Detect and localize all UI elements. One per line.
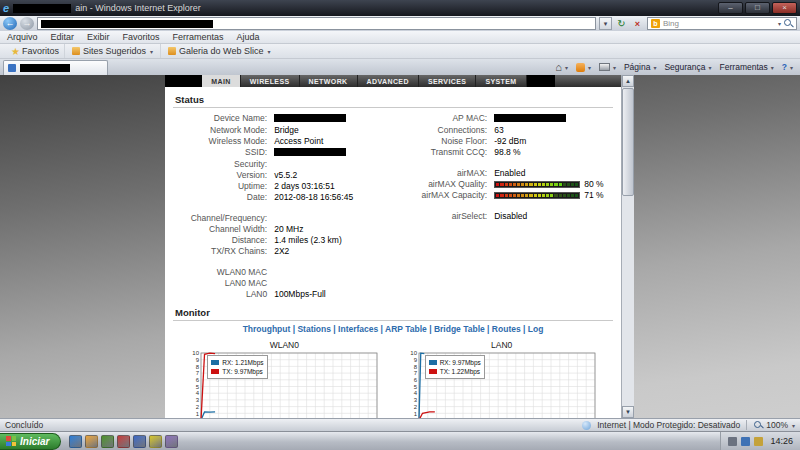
- monitor-link-throughput[interactable]: Throughput: [243, 324, 291, 334]
- menu-item-exibir[interactable]: Exibir: [87, 32, 110, 42]
- menu-item-ferramentas[interactable]: Ferramentas: [173, 32, 224, 42]
- monitor-links: Throughput | Stations | Interfaces | ARP…: [165, 321, 621, 339]
- favorites-bar: ★ Favoritos Sites Sugeridos▾Galeria do W…: [0, 44, 800, 59]
- svg-text:3: 3: [196, 397, 200, 403]
- tab-row: ⌂▾ ▾ ▾ Página▾ Segurança▾ Ferramentas▾ ?…: [0, 59, 800, 75]
- forward-button[interactable]: →: [20, 17, 34, 30]
- status-label: Uptime:: [173, 181, 274, 192]
- bar-segment: [546, 183, 549, 186]
- status-label: TX/RX Chains:: [173, 246, 274, 257]
- site-tab-main[interactable]: MAIN: [202, 75, 241, 87]
- feeds-button[interactable]: ▾: [576, 63, 591, 72]
- status-row: airSelect:Disabled: [393, 211, 613, 222]
- bar-segment: [513, 183, 516, 186]
- redacted-value: [494, 114, 566, 122]
- chart-wlan0: WLAN012345678910Mbps0RX: 1.21MbpsTX: 9.9…: [186, 340, 382, 418]
- quick-launch-app-icon[interactable]: [117, 435, 130, 448]
- search-dropdown-icon[interactable]: ▾: [778, 20, 781, 27]
- site-tab-wireless[interactable]: WIRELESS: [241, 75, 300, 87]
- menu-item-ajuda[interactable]: Ajuda: [237, 32, 260, 42]
- quick-launch-app-icon[interactable]: [165, 435, 178, 448]
- refresh-icon[interactable]: ↻: [615, 18, 628, 29]
- status-label: Network Mode:: [173, 125, 274, 136]
- page-scrollbar[interactable]: ▲ ▼: [621, 75, 634, 418]
- quick-launch-app-icon[interactable]: [85, 435, 98, 448]
- monitor-link-log[interactable]: Log: [528, 324, 544, 334]
- site-tab-system[interactable]: SYSTEM: [476, 75, 526, 87]
- favorites-item[interactable]: Sites Sugeridos▾: [64, 44, 160, 58]
- site-tab-advanced[interactable]: ADVANCED: [358, 75, 419, 87]
- tray-icon[interactable]: [741, 437, 750, 446]
- status-value: Access Point: [274, 136, 323, 147]
- favorites-label: Favoritos: [22, 46, 59, 56]
- quick-launch-app-icon[interactable]: [133, 435, 146, 448]
- quick-launch-app-icon[interactable]: [69, 435, 82, 448]
- status-row: Date:2012-08-18 16:56:45: [173, 192, 393, 203]
- site-tab-services[interactable]: SERVICES: [419, 75, 476, 87]
- help-menu[interactable]: ?▾: [782, 62, 793, 72]
- back-button[interactable]: ←: [3, 17, 17, 30]
- safety-menu[interactable]: Segurança▾: [664, 62, 711, 72]
- quick-launch-app-icon[interactable]: [149, 435, 162, 448]
- bar-segment: [554, 194, 557, 197]
- tray-icon[interactable]: [754, 437, 763, 446]
- bar-segment: [567, 194, 570, 197]
- status-row: Network Mode:Bridge: [173, 125, 393, 136]
- home-button[interactable]: ⌂▾: [555, 62, 568, 72]
- svg-text:1: 1: [196, 411, 200, 417]
- scroll-up-icon[interactable]: ▲: [622, 75, 634, 87]
- airos-page: MAINWIRELESSNETWORKADVANCEDSERVICESSYSTE…: [165, 75, 621, 418]
- stop-icon[interactable]: ×: [631, 19, 644, 29]
- status-row: Transmit CCQ:98.8 %: [393, 147, 613, 158]
- browser-tab[interactable]: [3, 60, 108, 75]
- bar-segment: [517, 194, 520, 197]
- status-label: Device Name:: [173, 113, 274, 125]
- bar-segment: [550, 194, 553, 197]
- search-icon[interactable]: [784, 19, 793, 28]
- menu-item-arquivo[interactable]: Arquivo: [7, 32, 38, 42]
- monitor-link-stations[interactable]: Stations: [297, 324, 331, 334]
- monitor-link-arp-table[interactable]: ARP Table: [385, 324, 427, 334]
- svg-text:5: 5: [196, 384, 200, 390]
- status-row: Connections:63: [393, 125, 613, 136]
- scroll-down-icon[interactable]: ▼: [622, 406, 634, 418]
- favorites-button[interactable]: ★ Favoritos: [4, 44, 64, 58]
- address-dropdown[interactable]: ▾: [599, 17, 612, 30]
- start-button[interactable]: Iniciar: [0, 433, 61, 450]
- tools-menu[interactable]: Ferramentas▾: [720, 62, 774, 72]
- tray-icon[interactable]: [728, 437, 737, 446]
- address-input[interactable]: [37, 17, 596, 30]
- bookmark-icon: [168, 47, 176, 55]
- redacted-site-logo: [165, 75, 202, 87]
- monitor-link-bridge-table[interactable]: Bridge Table: [434, 324, 485, 334]
- bar-segment: [546, 194, 549, 197]
- menu-item-favoritos[interactable]: Favoritos: [123, 32, 160, 42]
- close-button[interactable]: ×: [772, 2, 797, 14]
- bar-segment: [534, 194, 537, 197]
- svg-text:4: 4: [413, 390, 417, 396]
- bar-segment: [509, 183, 512, 186]
- search-input[interactable]: b Bing ▾: [647, 17, 797, 30]
- monitor-link-interfaces[interactable]: Interfaces: [338, 324, 378, 334]
- print-button[interactable]: ▾: [599, 63, 616, 71]
- status-row: WLAN0 MAC: [173, 267, 393, 278]
- minimize-button[interactable]: –: [718, 2, 743, 14]
- status-label: SSID:: [173, 147, 274, 159]
- window-titlebar: e ain - Windows Internet Explorer – □ ×: [0, 0, 800, 16]
- status-row: Channel/Frequency:: [173, 213, 393, 224]
- zoom-control[interactable]: 100% ▾: [746, 420, 795, 430]
- chart-lan0: LAN012345678910Mbps0RX: 9.97MbpsTX: 1.22…: [404, 340, 600, 418]
- scrollbar-thumb[interactable]: [622, 88, 634, 196]
- monitor-section: Monitor Throughput | Stations | Interfac…: [165, 300, 621, 418]
- svg-text:9: 9: [196, 357, 200, 363]
- quick-launch-app-icon[interactable]: [101, 435, 114, 448]
- monitor-link-routes[interactable]: Routes: [492, 324, 521, 334]
- status-label: Date:: [173, 192, 274, 203]
- page-menu[interactable]: Página▾: [624, 62, 656, 72]
- link-separator: |: [485, 324, 492, 334]
- site-tab-network[interactable]: NETWORK: [300, 75, 358, 87]
- maximize-button[interactable]: □: [745, 2, 770, 14]
- menu-item-editar[interactable]: Editar: [51, 32, 75, 42]
- favorites-item[interactable]: Galeria do Web Slice▾: [160, 44, 277, 58]
- status-value: 71 %: [494, 190, 603, 201]
